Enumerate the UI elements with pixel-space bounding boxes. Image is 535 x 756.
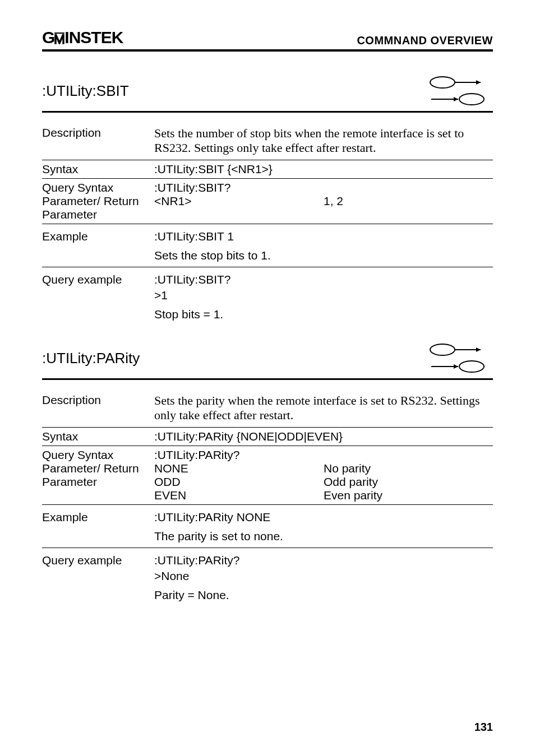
query-example-row: Query example :UTILity:SBIT? >1 Stop bit… <box>42 267 493 326</box>
svg-marker-5 <box>454 97 458 101</box>
syntax-row: Syntax :UTILity:SBIT {<NR1>} <box>42 160 493 179</box>
param-value: Odd parity <box>324 475 493 489</box>
description-text: Sets the number of stop bits when the re… <box>154 126 493 155</box>
section-title: :UTILity:SBIT <box>42 82 129 100</box>
description-text: Sets the parity when the remote interfac… <box>154 393 493 423</box>
query-syntax-row: Query Syntax :UTILity:PARity? <box>42 446 493 462</box>
row-label: Query Syntax <box>42 448 154 462</box>
param-value: 1, 2 <box>324 194 493 221</box>
parameter-row: Parameter/ Return Parameter NONE No pari… <box>42 462 493 505</box>
query-example-response: >None <box>154 569 493 583</box>
description-row: Description Sets the parity when the rem… <box>42 388 493 428</box>
page-header: GINSTEK COMMNAND OVERVIEW <box>42 28 493 47</box>
example-note: Sets the stop bits to 1. <box>154 249 493 262</box>
row-label: Parameter/ Return Parameter <box>42 194 154 221</box>
row-label: Parameter/ Return Parameter <box>42 462 154 502</box>
section-header-sbit: :UTILity:SBIT <box>42 74 493 108</box>
brand-logo: GINSTEK <box>42 28 123 47</box>
row-label: Description <box>42 126 154 155</box>
param-value: Even parity <box>324 489 493 502</box>
section-header-parity: :UTILity:PARity <box>42 341 493 375</box>
example-row: Example :UTILity:SBIT 1 Sets the stop bi… <box>42 224 493 267</box>
page-header-title: COMMNAND OVERVIEW <box>357 34 493 47</box>
param-value: No parity <box>324 462 493 475</box>
page-number: 131 <box>474 721 493 734</box>
param-key: ODD <box>154 475 324 489</box>
param-key: <NR1> <box>154 194 324 221</box>
svg-point-7 <box>430 344 455 355</box>
svg-marker-11 <box>454 364 458 369</box>
query-example-command: :UTILity:SBIT? <box>154 273 231 286</box>
param-key: EVEN <box>154 489 324 502</box>
row-label: Example <box>42 511 154 543</box>
example-command: :UTILity:PARity NONE <box>154 511 270 523</box>
svg-marker-3 <box>476 80 481 85</box>
query-example-row: Query example :UTILity:PARity? >None Par… <box>42 548 493 606</box>
query-syntax-value: :UTILity:SBIT? <box>154 181 493 194</box>
query-example-response: >1 <box>154 289 493 302</box>
query-syntax-row: Query Syntax :UTILity:SBIT? <box>42 179 493 194</box>
parameter-row: Parameter/ Return Parameter <NR1> 1, 2 <box>42 194 493 224</box>
set-query-diagram-icon <box>426 341 493 375</box>
svg-marker-9 <box>476 347 481 352</box>
row-label: Query example <box>42 554 154 602</box>
section-divider <box>42 378 493 380</box>
syntax-row: Syntax :UTILity:PARity {NONE|ODD|EVEN} <box>42 428 493 446</box>
syntax-value: :UTILity:SBIT {<NR1>} <box>154 163 493 176</box>
query-example-note: Stop bits = 1. <box>154 308 493 321</box>
syntax-value: :UTILity:PARity {NONE|ODD|EVEN} <box>154 430 493 443</box>
set-query-diagram-icon <box>426 74 493 108</box>
section-title: :UTILity:PARity <box>42 350 140 367</box>
svg-point-12 <box>459 361 484 372</box>
svg-point-1 <box>430 77 455 88</box>
row-label: Query Syntax <box>42 181 154 194</box>
query-example-note: Parity = None. <box>154 588 493 602</box>
example-command: :UTILity:SBIT 1 <box>154 230 234 243</box>
row-label: Syntax <box>42 163 154 176</box>
svg-point-6 <box>459 94 484 105</box>
row-label: Query example <box>42 273 154 321</box>
query-example-command: :UTILity:PARity? <box>154 554 239 567</box>
section-divider <box>42 111 493 113</box>
row-label: Syntax <box>42 430 154 443</box>
param-key: NONE <box>154 462 324 475</box>
example-note: The parity is set to none. <box>154 530 493 543</box>
header-divider <box>42 49 493 52</box>
query-syntax-value: :UTILity:PARity? <box>154 448 493 462</box>
row-label: Description <box>42 393 154 423</box>
description-row: Description Sets the number of stop bits… <box>42 120 493 160</box>
example-row: Example :UTILity:PARity NONE The parity … <box>42 505 493 548</box>
row-label: Example <box>42 230 154 262</box>
